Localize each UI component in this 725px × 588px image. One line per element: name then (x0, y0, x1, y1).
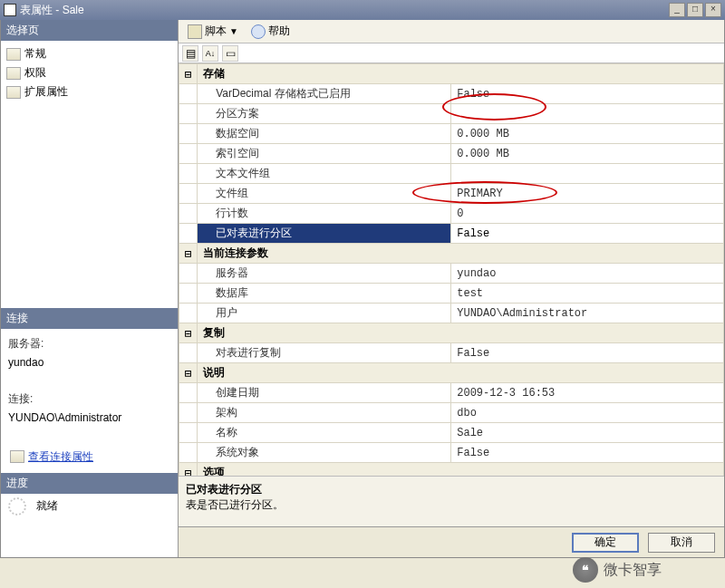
property-value (451, 104, 724, 124)
connection-header: 连接 (1, 308, 178, 329)
maximize-button[interactable]: □ (687, 3, 703, 17)
category-name: 当前连接参数 (198, 244, 724, 264)
collapse-icon[interactable]: ⊟ (179, 64, 198, 84)
property-value: 0.000 MB (451, 144, 724, 164)
desc-body: 表是否已进行分区。 (186, 497, 717, 513)
property-row[interactable]: 分区方案 (179, 104, 724, 124)
help-icon (251, 24, 266, 39)
category-name: 说明 (198, 363, 724, 383)
property-name: 服务器 (198, 264, 451, 284)
property-row[interactable]: 数据库test (179, 284, 724, 304)
property-row[interactable]: 用户YUNDAO\Administrator (179, 304, 724, 323)
page-icon (6, 48, 21, 61)
cancel-button[interactable]: 取消 (648, 533, 715, 553)
property-row[interactable]: 架构dbo (179, 403, 724, 423)
property-table: ⊟存储VarDecimal 存储格式已启用False分区方案数据空间0.000 … (179, 63, 724, 476)
property-row[interactable]: 创建日期2009-12-3 16:53 (179, 383, 724, 403)
collapse-icon[interactable]: ⊟ (179, 244, 198, 264)
property-value: False (451, 224, 724, 244)
property-value: 0 (451, 204, 724, 224)
ok-button[interactable]: 确定 (572, 533, 639, 553)
property-grid[interactable]: ⊟存储VarDecimal 存储格式已启用False分区方案数据空间0.000 … (179, 63, 724, 476)
right-panel: 脚本 ▼ 帮助 ▤ A↓ ▭ ⊟存储VarDecimal 存储格式已启用Fals… (179, 20, 724, 557)
script-button[interactable]: 脚本 ▼ (184, 22, 242, 41)
conn-label: 连接: (8, 390, 170, 408)
property-value (451, 164, 724, 184)
progress-text: 就绪 (36, 499, 58, 512)
category-header[interactable]: ⊟选项 (179, 463, 724, 477)
page-ext-props[interactable]: 扩展属性 (5, 82, 174, 101)
property-row[interactable]: 索引空间0.000 MB (179, 144, 724, 164)
property-name: 数据空间 (198, 124, 451, 144)
collapse-icon[interactable]: ⊟ (179, 363, 198, 383)
property-row[interactable]: 服务器yundao (179, 264, 724, 284)
page-label: 常规 (24, 46, 46, 62)
minimize-button[interactable]: _ (669, 3, 685, 17)
watermark-text: 微卡智享 (604, 561, 662, 580)
property-value: False (451, 443, 724, 463)
category-name: 复制 (198, 323, 724, 343)
property-name: 已对表进行分区 (198, 224, 451, 244)
page-label: 权限 (24, 65, 46, 81)
view-conn-link[interactable]: 查看连接属性 (28, 448, 93, 466)
property-grid-toolbar: ▤ A↓ ▭ (179, 43, 724, 63)
property-value: 2009-12-3 16:53 (451, 383, 724, 403)
property-row[interactable]: 已对表进行分区False (179, 224, 724, 244)
property-row[interactable]: 系统对象False (179, 443, 724, 463)
property-row[interactable]: 文件组PRIMARY (179, 184, 724, 204)
property-name: 系统对象 (198, 443, 451, 463)
dialog-buttons: 确定 取消 (179, 526, 724, 557)
sort-icon: A↓ (206, 49, 216, 58)
select-page-header: 选择页 (1, 20, 178, 41)
collapse-icon[interactable]: ⊟ (179, 463, 198, 477)
property-row[interactable]: 数据空间0.000 MB (179, 124, 724, 144)
toolbar: 脚本 ▼ 帮助 (179, 20, 724, 43)
props-icon (10, 450, 24, 463)
view-conn-props[interactable]: 查看连接属性 (8, 446, 170, 468)
property-row[interactable]: 对表进行复制False (179, 343, 724, 363)
category-header[interactable]: ⊟复制 (179, 323, 724, 343)
alphabetical-button[interactable]: A↓ (202, 45, 218, 62)
category-header[interactable]: ⊟说明 (179, 363, 724, 383)
left-panel: 选择页 常规 权限 扩展属性 连接 服务器: yundao 连接: YUNDAO… (1, 20, 179, 557)
help-button[interactable]: 帮助 (247, 22, 294, 41)
dropdown-icon: ▼ (229, 26, 238, 36)
property-value: dbo (451, 403, 724, 423)
progress-area: 就绪 (1, 494, 178, 557)
property-name: 行计数 (198, 204, 451, 224)
window-controls: _ □ × (669, 3, 721, 17)
property-row[interactable]: 名称Sale (179, 423, 724, 443)
category-header[interactable]: ⊟当前连接参数 (179, 244, 724, 264)
categorized-button[interactable]: ▤ (182, 45, 198, 62)
app-icon (4, 4, 16, 16)
pages-icon: ▭ (226, 47, 236, 60)
progress-spinner-icon (8, 497, 26, 516)
property-row[interactable]: VarDecimal 存储格式已启用False (179, 84, 724, 104)
property-name: 创建日期 (198, 383, 451, 403)
dialog-body: 选择页 常规 权限 扩展属性 连接 服务器: yundao 连接: YUNDAO… (0, 20, 725, 558)
property-value: yundao (451, 264, 724, 284)
page-icon (6, 86, 21, 99)
server-label: 服务器: (8, 334, 170, 352)
property-row[interactable]: 行计数0 (179, 204, 724, 224)
page-icon (6, 67, 21, 80)
property-pages-button[interactable]: ▭ (222, 45, 238, 62)
window-title: 表属性 - Sale (20, 3, 669, 18)
property-value: 0.000 MB (451, 124, 724, 144)
help-label: 帮助 (268, 24, 290, 39)
script-label: 脚本 (205, 24, 227, 39)
property-row[interactable]: 文本文件组 (179, 164, 724, 184)
property-value: False (451, 84, 724, 104)
property-name: VarDecimal 存储格式已启用 (198, 84, 451, 104)
page-permissions[interactable]: 权限 (5, 63, 174, 82)
property-name: 文件组 (198, 184, 451, 204)
page-general[interactable]: 常规 (5, 44, 174, 63)
close-button[interactable]: × (705, 3, 721, 17)
property-name: 对表进行复制 (198, 343, 451, 363)
property-name: 架构 (198, 403, 451, 423)
category-header[interactable]: ⊟存储 (179, 64, 724, 84)
collapse-icon[interactable]: ⊟ (179, 323, 198, 343)
property-name: 数据库 (198, 284, 451, 304)
title-bar: 表属性 - Sale _ □ × (0, 0, 725, 20)
server-value: yundao (8, 353, 170, 371)
